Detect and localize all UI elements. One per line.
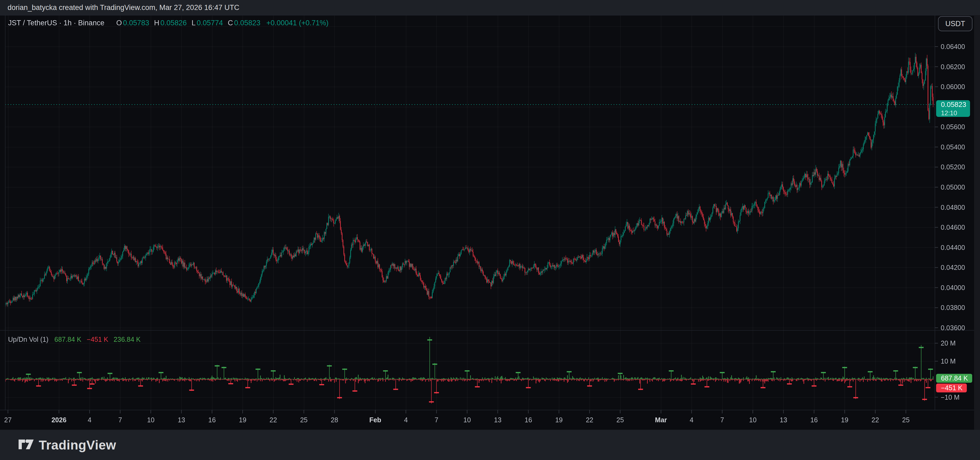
time-axis-label: 25 <box>300 417 308 423</box>
price-axis-label: 0.04800 <box>941 204 965 211</box>
change-value: +0.00041 (+0.71%) <box>266 19 328 27</box>
time-axis-label: 7 <box>118 417 122 423</box>
attribution-bar: dorian_batycka created with TradingView.… <box>0 0 980 15</box>
price-axis-label: 0.04400 <box>941 244 965 251</box>
price-axis-label: 0.05400 <box>941 144 965 151</box>
price-axis-label: 0.06400 <box>941 43 965 50</box>
volume-up-badge: 687.84 K <box>936 374 972 383</box>
time-axis-label: 10 <box>463 417 471 423</box>
high-label: H <box>154 19 159 27</box>
symbol-title[interactable]: JST / TetherUS · 1h · Binance <box>8 19 105 27</box>
volume-down-badge: −451 K <box>936 384 967 392</box>
time-axis-label: 19 <box>841 417 848 423</box>
price-axis-label: 0.03800 <box>941 304 965 311</box>
volume-down-value: −451 K <box>87 336 108 344</box>
attribution-text: dorian_batycka created with TradingView.… <box>8 3 239 12</box>
open-label: O <box>116 19 122 27</box>
price-axis-label: 0.06000 <box>941 83 965 90</box>
price-axis-label: 0.04600 <box>941 224 965 231</box>
price-axis-label: 0.06200 <box>941 64 965 70</box>
low-value: 0.05774 <box>197 19 223 27</box>
volume-axis-label: 10 M <box>941 358 956 364</box>
price-axis-label: 0.05600 <box>941 124 965 131</box>
time-axis-label: 16 <box>810 417 818 423</box>
high-value: 0.05826 <box>161 19 187 27</box>
currency-toggle-button[interactable]: USDT <box>938 16 972 31</box>
price-axis-label: 0.05200 <box>941 164 965 170</box>
time-axis-label: 25 <box>617 417 624 423</box>
time-axis-label: 25 <box>902 417 910 423</box>
price-axis-label: 0.05000 <box>941 184 965 191</box>
volume-axis-label: 20 M <box>941 340 956 347</box>
volume-indicator-title[interactable]: Up/Dn Vol (1) <box>8 336 48 344</box>
time-axis-label: 19 <box>239 417 247 423</box>
time-axis-label: 13 <box>780 417 787 423</box>
symbol-legend[interactable]: JST / TetherUS · 1h · Binance O 0.05783 … <box>8 19 328 27</box>
volume-net-value: 236.84 K <box>114 336 140 344</box>
tradingview-wordmark[interactable]: TradingView <box>39 438 116 452</box>
price-axis-label: 0.04200 <box>941 264 965 271</box>
time-axis-label: 10 <box>147 417 154 423</box>
time-axis-label: 4 <box>690 417 694 423</box>
bar-countdown: 12:10 <box>941 109 970 117</box>
time-axis-label: 2026 <box>51 417 67 423</box>
price-axis-label: 0.03600 <box>941 325 965 331</box>
time-axis-label: Feb <box>369 417 381 423</box>
time-axis-label: 7 <box>434 417 438 423</box>
time-axis-label: 28 <box>331 417 338 423</box>
time-axis-label: 4 <box>88 417 92 423</box>
last-price-value: 0.05823 <box>941 100 970 109</box>
chart-canvas[interactable] <box>0 0 980 460</box>
close-value: 0.05823 <box>234 19 261 27</box>
last-price-badge: 0.05823 12:10 <box>936 100 970 117</box>
time-axis-label: 16 <box>208 417 216 423</box>
volume-legend[interactable]: Up/Dn Vol (1) 687.84 K −451 K 236.84 K <box>8 336 146 344</box>
time-axis-label: 13 <box>494 417 501 423</box>
low-label: L <box>191 19 196 27</box>
time-axis-label: 10 <box>749 417 757 423</box>
volume-up-value: 687.84 K <box>54 336 81 344</box>
time-axis-label: 22 <box>872 417 879 423</box>
time-axis-label: 22 <box>586 417 593 423</box>
footer-bar: TradingView <box>0 430 980 460</box>
open-value: 0.05783 <box>123 19 150 27</box>
time-axis-label: 7 <box>721 417 724 423</box>
time-axis-label: 16 <box>525 417 532 423</box>
tradingview-snapshot: { "topbar": { "attribution": "dorian_bat… <box>0 0 980 460</box>
time-axis-label: 13 <box>178 417 185 423</box>
volume-axis-label: −10 M <box>941 394 959 401</box>
axis-gutter <box>974 15 980 430</box>
close-label: C <box>228 19 233 27</box>
time-axis-label: 27 <box>4 417 12 423</box>
time-axis-label: Mar <box>655 417 667 423</box>
price-axis-label: 0.04000 <box>941 284 965 291</box>
time-axis-label: 22 <box>269 417 277 423</box>
tradingview-logo-icon[interactable] <box>18 439 34 451</box>
time-axis-label: 4 <box>404 417 408 423</box>
time-axis-label: 19 <box>555 417 563 423</box>
